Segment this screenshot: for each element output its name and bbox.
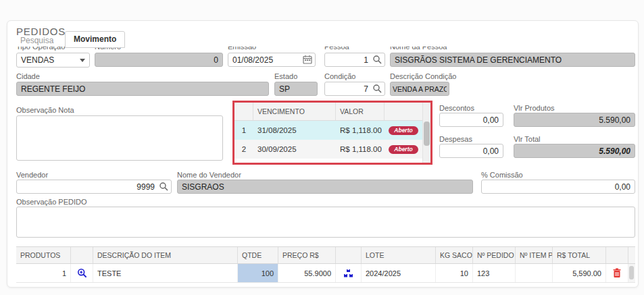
estado-label: Estado	[274, 72, 297, 80]
zoom-in-icon[interactable]	[71, 264, 93, 282]
comissao-label: % Comissão	[481, 171, 523, 179]
condicao-label: Condição	[324, 72, 355, 80]
parcela-status: Aberto	[385, 126, 422, 135]
tipo-operacao-value: VENDAS	[21, 55, 54, 65]
descontos-label: Descontos	[439, 104, 474, 112]
parcela-row[interactable]: 2 30/09/2025 R$ 1,118.00 Aberto	[234, 140, 422, 159]
header-n-pedido: Nº PEDIDO	[473, 247, 516, 263]
parcela-row[interactable]: 1 31/08/2025 R$ 1,118.00 Aberto	[234, 121, 422, 140]
parcela-row[interactable]: 3 30/10/2025 R$ 1,118.00 Aberto	[234, 159, 422, 165]
tab-pesquisa[interactable]: Pesquisa	[20, 36, 53, 45]
vlr-produtos-label: Vlr Produtos	[514, 104, 555, 112]
descricao-condicao-field	[390, 82, 449, 96]
observacao-pedido-label: Observação PEDIDO	[16, 198, 87, 206]
despesas-label: Despesas	[439, 135, 472, 143]
observacao-pedido-textarea[interactable]	[16, 207, 635, 238]
cidade-field	[16, 82, 269, 96]
header-preco: PREÇO R$	[278, 247, 336, 263]
scrollbar-thumb[interactable]	[629, 266, 634, 279]
comissao-field[interactable]	[481, 180, 635, 194]
nome-vendedor-field	[177, 180, 473, 194]
parcela-num: 3	[234, 164, 253, 165]
item-n-item	[516, 264, 553, 282]
parcela-vencimento: 30/09/2025	[253, 145, 336, 153]
parcelas-header-valor: VALOR	[336, 103, 385, 120]
vendedor-fieldwrap	[16, 180, 172, 194]
status-badge: Aberto	[389, 126, 418, 135]
nome-pessoa-field	[390, 53, 635, 67]
vlr-total-label: Vlr Total	[514, 135, 541, 143]
header-produtos: PRODUTOS	[16, 247, 71, 263]
parcelas-header-num	[234, 103, 253, 120]
item-qtde[interactable]: 100	[238, 264, 278, 282]
header-actions	[606, 247, 628, 263]
emissao-fieldwrap	[228, 53, 316, 67]
itens-scrollbar[interactable]	[628, 264, 635, 282]
header-n-item: Nº ITEM PEI	[516, 247, 553, 263]
parcela-valor: R$ 1,118.00	[336, 145, 385, 153]
nome-vendedor-label: Nome do Vendedor	[177, 171, 241, 179]
itens-table: PRODUTOS DESCRIÇÃO DO ITEM QTDE PREÇO R$…	[16, 246, 635, 283]
header-descricao: DESCRIÇÃO DO ITEM	[93, 247, 238, 263]
parcela-status: Aberto	[385, 163, 422, 165]
estado-field	[274, 82, 318, 96]
header-qtde: QTDE	[238, 247, 278, 263]
header-zoom	[71, 247, 93, 263]
scrollbar-thumb[interactable]	[424, 122, 430, 146]
item-preco: 55.9000	[278, 264, 336, 282]
pessoa-label: Pessoa	[324, 47, 392, 52]
vendedor-label: Vendedor	[16, 171, 48, 179]
header-kg-saco: KG SACO	[436, 247, 473, 263]
item-row[interactable]: 1 TESTE 100 55.9000 2024/2025 10 123 5,5…	[16, 264, 635, 283]
header-group	[336, 247, 362, 263]
descontos-field[interactable]	[439, 113, 503, 127]
parcela-num: 1	[234, 126, 253, 134]
cidade-label: Cidade	[16, 72, 40, 80]
trash-icon[interactable]	[606, 264, 628, 282]
parcela-vencimento: 31/08/2025	[253, 126, 336, 134]
vlr-total-field	[514, 144, 635, 158]
status-badge: Aberto	[389, 145, 418, 154]
itens-header-row: PRODUTOS DESCRIÇÃO DO ITEM QTDE PREÇO R$…	[16, 246, 635, 264]
vlr-produtos-field	[514, 113, 635, 127]
itens-scrollbar-header	[628, 247, 635, 263]
condicao-fieldwrap	[324, 82, 385, 96]
item-kg-saco: 10	[436, 264, 473, 282]
parcelas-header-vencimento: VENCIMENTO	[253, 103, 336, 120]
parcela-status: Aberto	[385, 144, 422, 154]
search-icon[interactable]	[372, 84, 382, 93]
group-icon[interactable]	[336, 264, 362, 282]
item-total: 5,590.00	[553, 264, 606, 282]
emissao-label: Emissão	[228, 47, 295, 52]
parcelas-scrollbar[interactable]	[422, 103, 430, 163]
search-icon[interactable]	[159, 182, 168, 191]
status-badge: Aberto	[389, 164, 418, 165]
parcela-valor: R$ 1,118.00	[336, 164, 385, 165]
observacao-nota-label: Observação Nota	[16, 106, 74, 114]
item-lote: 2024/2025	[362, 264, 436, 282]
tipo-operacao-select[interactable]: VENDAS	[16, 53, 90, 68]
search-icon[interactable]	[372, 55, 382, 64]
tab-movimento[interactable]: Movimento	[65, 31, 125, 48]
parcela-vencimento: 30/10/2025	[253, 164, 336, 165]
observacao-nota-textarea[interactable]	[16, 115, 223, 161]
item-n-pedido: 123	[473, 264, 516, 282]
parcelas-header-row: VENCIMENTO VALOR	[234, 103, 422, 121]
chevron-down-icon	[80, 59, 85, 62]
item-descricao: TESTE	[93, 264, 238, 282]
parcela-num: 2	[234, 145, 253, 153]
parcela-valor: R$ 1,118.00	[336, 126, 385, 134]
calendar-icon[interactable]	[303, 55, 312, 64]
item-produto: 1	[16, 264, 71, 282]
pessoa-fieldwrap	[324, 53, 385, 67]
descricao-condicao-label: Descrição Condição	[390, 72, 456, 80]
header-total: R$ TOTAL	[553, 247, 606, 263]
nome-pessoa-label: Nome da Pessoa	[390, 47, 485, 52]
pedidos-screen: PEDIDOS Pesquisa Movimento Tipo Operação…	[0, 0, 644, 295]
numero-field	[95, 53, 223, 67]
vendedor-field[interactable]	[16, 180, 172, 194]
parcelas-table-highlight: VENCIMENTO VALOR 1 31/08/2025 R$ 1,118.0…	[232, 101, 432, 165]
despesas-field[interactable]	[439, 144, 503, 158]
header-lote: LOTE	[362, 247, 436, 263]
